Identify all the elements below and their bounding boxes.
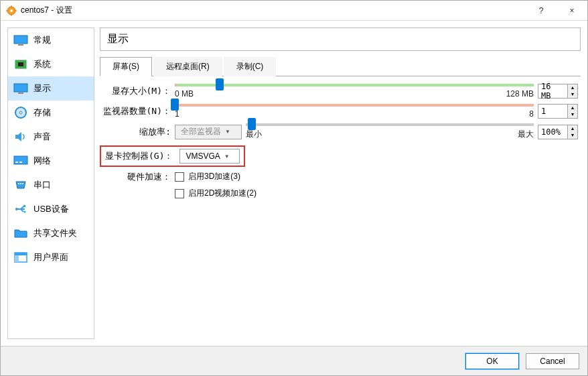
combobox-value: 全部监视器 [181, 126, 221, 137]
svg-rect-9 [18, 62, 23, 66]
sidebar-item-label: 网络 [33, 155, 51, 167]
chip-icon [13, 58, 28, 70]
spinbox-value: 100% [538, 127, 567, 137]
label-monitor-count: 监视器数量(N)： [100, 105, 175, 117]
label-hw-accel: 硬件加速： [100, 171, 175, 183]
serial-icon [13, 179, 28, 191]
sidebar-item-system[interactable]: 系统 [8, 52, 94, 76]
combobox-zoom-target[interactable]: 全部监视器 ▼ [175, 125, 242, 139]
label-zoom: 缩放率: [100, 126, 175, 138]
row-graphics-controller: 显卡控制器(G)： VMSVGA ▼ [100, 145, 578, 167]
highlight-box: 显卡控制器(G)： VMSVGA ▼ [100, 145, 245, 167]
window-body: 常规 系统 显示 存储 声音 网络 [1, 21, 587, 346]
row-monitor-count: 监视器数量(N)： 1 8 1 ▲▼ [100, 103, 578, 119]
sidebar: 常规 系统 显示 存储 声音 网络 [7, 27, 94, 339]
tab-remote-desktop[interactable]: 远程桌面(R) [153, 57, 222, 76]
tab-screen[interactable]: 屏幕(S) [100, 57, 152, 76]
settings-window: centos7 - 设置 ? × 常规 系统 显示 存储 [0, 0, 588, 376]
checkbox-3d-accel-row: 启用3D加速(3) [175, 171, 240, 182]
sidebar-item-audio[interactable]: 声音 [8, 125, 94, 149]
tabs: 屏幕(S) 远程桌面(R) 录制(C) [100, 56, 581, 76]
close-button[interactable]: × [557, 1, 587, 21]
ok-button[interactable]: OK [465, 353, 519, 369]
speaker-icon [13, 131, 28, 143]
panel-title: 显示 [107, 33, 129, 44]
titlebar: centos7 - 设置 ? × [1, 1, 587, 21]
form: 显存大小(M)： 0 MB 128 MB 16 MB ▲▼ [100, 83, 581, 204]
spin-down[interactable]: ▼ [568, 132, 577, 139]
spin-down[interactable]: ▼ [568, 91, 577, 98]
chevron-down-icon: ▼ [225, 129, 230, 135]
checkbox-label: 启用2D视频加速(2) [188, 188, 256, 199]
combobox-value: VMSVGA [186, 151, 220, 161]
cancel-button[interactable]: Cancel [526, 353, 579, 369]
svg-rect-29 [15, 255, 19, 262]
combobox-graphics-controller[interactable]: VMSVGA ▼ [179, 149, 240, 164]
slider-max-label: 128 MB [506, 89, 534, 99]
slider-thumb[interactable] [216, 78, 224, 90]
sidebar-item-label: USB设备 [33, 203, 69, 215]
svg-rect-16 [15, 162, 18, 163]
slider-zoom[interactable]: 最小 最大 [246, 123, 534, 140]
slider-max-label: 最大 [518, 129, 534, 140]
label-video-memory: 显存大小(M)： [100, 85, 175, 97]
svg-marker-14 [15, 132, 21, 141]
sidebar-item-display[interactable]: 显示 [8, 76, 94, 101]
svg-point-20 [22, 183, 23, 184]
svg-rect-15 [14, 156, 27, 164]
tab-recording[interactable]: 录制(C) [224, 57, 277, 76]
svg-point-26 [24, 211, 26, 213]
checkbox-label: 启用3D加速(3) [188, 171, 240, 182]
display-icon [13, 82, 28, 95]
slider-max-label: 8 [529, 109, 534, 119]
row-zoom: 缩放率: 全部监视器 ▼ 最小 最大 [100, 123, 578, 140]
monitor-icon [13, 34, 28, 46]
sidebar-item-label: 显示 [33, 82, 51, 95]
slider-min-label: 1 [175, 109, 179, 119]
spinbox-zoom[interactable]: 100% ▲▼ [538, 125, 578, 139]
help-button[interactable]: ? [526, 1, 557, 21]
spin-up[interactable]: ▲ [568, 84, 577, 91]
usb-icon [13, 203, 28, 215]
sidebar-item-serial[interactable]: 串口 [8, 173, 94, 197]
disk-icon [13, 107, 28, 119]
panel-title-box: 显示 [100, 27, 581, 51]
sidebar-item-label: 存储 [33, 107, 51, 119]
spinbox-value: 1 [538, 107, 567, 116]
label-graphics-controller: 显卡控制器(G)： [105, 150, 177, 162]
svg-rect-17 [19, 162, 22, 163]
window-title: centos7 - 设置 [21, 5, 526, 16]
spin-up[interactable]: ▲ [568, 125, 577, 132]
sidebar-item-label: 声音 [33, 131, 51, 143]
checkbox-2d-accel[interactable] [175, 189, 184, 198]
spin-down[interactable]: ▼ [568, 111, 577, 118]
spinbox-video-memory[interactable]: 16 MB ▲▼ [538, 84, 578, 99]
spinbox-value: 16 MB [538, 82, 567, 101]
folder-icon [13, 227, 28, 239]
row-hw-accel: 硬件加速： 启用3D加速(3) 启用2D视频加速(2) [100, 171, 578, 202]
sidebar-item-ui[interactable]: 用户界面 [8, 245, 94, 269]
sidebar-item-usb[interactable]: USB设备 [8, 197, 94, 221]
layout-icon [13, 251, 28, 263]
svg-point-13 [19, 111, 22, 114]
sidebar-item-general[interactable]: 常规 [8, 28, 94, 52]
slider-thumb[interactable] [171, 99, 179, 111]
slider-thumb[interactable] [248, 118, 256, 130]
spin-up[interactable]: ▲ [568, 105, 577, 111]
slider-min-label: 0 MB [175, 89, 194, 99]
checkbox-3d-accel[interactable] [175, 172, 184, 182]
sidebar-item-shared-folders[interactable]: 共享文件夹 [8, 221, 94, 245]
sidebar-item-label: 用户界面 [33, 251, 68, 263]
slider-monitor-count[interactable]: 1 8 [175, 104, 534, 119]
sidebar-item-storage[interactable]: 存储 [8, 101, 94, 125]
checkbox-2d-accel-row: 启用2D视频加速(2) [175, 188, 256, 199]
svg-point-1 [10, 9, 13, 12]
spinbox-monitor-count[interactable]: 1 ▲▼ [538, 104, 578, 119]
svg-rect-25 [23, 205, 25, 207]
row-video-memory: 显存大小(M)： 0 MB 128 MB 16 MB ▲▼ [100, 83, 578, 99]
sidebar-item-label: 系统 [33, 58, 51, 70]
slider-video-memory[interactable]: 0 MB 128 MB [175, 84, 534, 99]
sidebar-item-network[interactable]: 网络 [8, 149, 94, 173]
svg-point-18 [18, 183, 19, 184]
svg-rect-28 [15, 253, 27, 255]
